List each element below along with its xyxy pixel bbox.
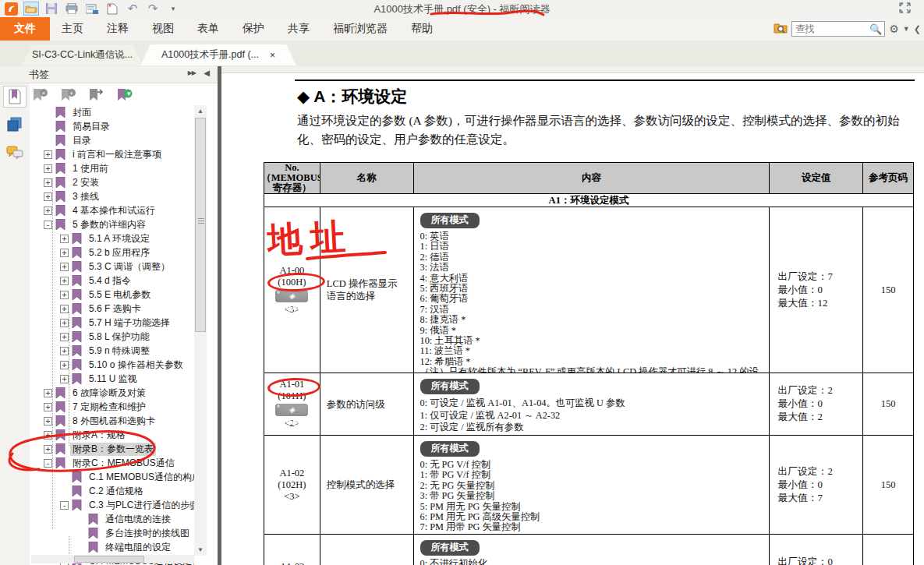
menu-foxit-browser[interactable]: 福昕浏览器: [321, 17, 399, 41]
tree-expander-icon[interactable]: +: [60, 361, 69, 369]
tree-expander-icon[interactable]: +: [60, 235, 69, 243]
bookmark-tree-item[interactable]: + 6 故障诊断及对策: [30, 386, 194, 400]
bookmark-tree-item[interactable]: + i 前言和一般注意事项: [30, 147, 194, 161]
bookmark-tree-item[interactable]: + 8 外围机器和选购卡: [30, 414, 194, 428]
bookmark-tree-item[interactable]: + 附录A：规格: [30, 428, 194, 442]
arrange-windows-icon[interactable]: [899, 2, 913, 14]
bookmark-tree-item[interactable]: + 5.1 A 环境设定: [30, 231, 194, 245]
menu-share[interactable]: 共享: [276, 17, 321, 41]
tree-expander-icon[interactable]: +: [60, 291, 69, 299]
pages-tab-icon[interactable]: [3, 114, 27, 136]
bookmark-tree-item[interactable]: 多台连接时的接线图: [30, 526, 194, 540]
scroll-down-icon[interactable]: ▼: [194, 544, 207, 556]
bookmark-options-icon[interactable]: ▼: [115, 88, 133, 104]
bookmark-tree-item[interactable]: + 附录B：参数一览表: [30, 442, 194, 456]
scrollbar-thumb[interactable]: [195, 118, 206, 332]
tree-expander-icon[interactable]: +: [60, 263, 69, 271]
cell-no: A1-01 (101H) RUN <2>: [264, 373, 320, 435]
add-bookmark-icon[interactable]: +: [59, 88, 76, 104]
tab-si-c3-cc-link[interactable]: SI-C3-CC-Link通信说...: [22, 44, 143, 65]
comments-tab-icon[interactable]: [3, 142, 27, 164]
bookmark-tree-item[interactable]: 终端电阻的设定: [30, 540, 194, 554]
tree-expander-icon[interactable]: +: [44, 445, 52, 454]
page-gap: [221, 66, 924, 73]
tree-expander-icon[interactable]: +: [44, 150, 52, 159]
tree-expander-icon[interactable]: +: [44, 192, 52, 201]
bookmark-tree-item[interactable]: + 5.9 n 特殊调整: [30, 344, 194, 358]
bookmark-label: 5.5 E 电机参数: [87, 288, 153, 302]
bookmark-tree-item[interactable]: + 3 接线: [30, 189, 194, 203]
bookmark-tree-item[interactable]: + 5.5 E 电机参数: [30, 288, 194, 302]
bookmark-tree-item[interactable]: + 5.6 F 选购卡: [30, 302, 194, 316]
tree-expander-icon[interactable]: +: [60, 249, 69, 257]
table-row-a1-00: A1-00 (100H) RUN <3> LCD 操作器显示语言的选择 所有模式…: [264, 207, 913, 373]
tree-expander-icon[interactable]: +: [44, 164, 52, 173]
gear-dropdown-icon[interactable]: ▼: [903, 25, 910, 33]
sidebar-vertical-scrollbar[interactable]: ▲ ▼: [194, 105, 207, 556]
tab-a1000-manual[interactable]: A1000技术手册.pdf (... ×: [140, 44, 296, 65]
tree-expander-icon[interactable]: +: [44, 431, 52, 440]
menu-home[interactable]: 主页: [50, 17, 95, 41]
tree-expander-icon[interactable]: +: [44, 389, 52, 397]
search-input[interactable]: [792, 23, 869, 34]
bookmark-tree-item[interactable]: - C.3 与PLC进行通信的步骤: [30, 498, 194, 512]
tab-close-icon[interactable]: ×: [270, 50, 275, 61]
bookmark-tree-item[interactable]: + 5.11 U 监视: [30, 372, 194, 386]
bookmark-tree-item[interactable]: + 5.2 b 应用程序: [30, 245, 194, 260]
cell-content: 所有模式 0: 可设定 / 监视 A1-01、A1-04。也可监视 U 参数 1…: [414, 373, 770, 435]
bookmark-tree-item[interactable]: 通信电缆的连接: [30, 512, 194, 526]
mode-badge: 所有模式: [420, 540, 480, 556]
tree-expander-icon[interactable]: +: [60, 319, 69, 327]
next-bookmark-icon[interactable]: [87, 88, 104, 104]
menu-protect[interactable]: 保护: [231, 17, 276, 41]
bookmark-tree-item[interactable]: 简易目录: [30, 119, 194, 133]
collapse-panel-icon[interactable]: ◀: [204, 69, 210, 77]
sidebar-horizontal-scrollbar[interactable]: [31, 555, 194, 563]
tree-expander-icon[interactable]: +: [44, 207, 52, 215]
collapse-toolbar-icon[interactable]: ❮: [914, 24, 921, 34]
menu-comment[interactable]: 注释: [95, 17, 140, 41]
scrollbar-thumb[interactable]: [74, 556, 144, 563]
search-in-folder-icon[interactable]: [774, 22, 788, 37]
delete-bookmark-icon[interactable]: ×: [31, 88, 48, 104]
tree-expander-icon[interactable]: +: [44, 417, 52, 426]
bookmark-tree-item[interactable]: + 5.8 L 保护功能: [30, 330, 194, 344]
bookmark-tree-item[interactable]: - 附录C：MEMOBUS通信: [30, 456, 194, 470]
bookmark-tree-item[interactable]: + 7 定期检查和维护: [30, 400, 194, 414]
bookmark-tree-item[interactable]: + 4 基本操作和试运行: [30, 203, 194, 217]
bookmark-tree-item[interactable]: + 2 安装: [30, 175, 194, 189]
tree-expander-icon[interactable]: +: [44, 403, 52, 411]
tree-expander-icon[interactable]: +: [60, 305, 69, 313]
bookmark-tree-item[interactable]: + 1 使用前: [30, 161, 194, 175]
panel-switch-strip: [0, 83, 30, 565]
menu-file[interactable]: 文件: [0, 17, 50, 41]
bookmark-tree-item[interactable]: + 5.4 d 指令: [30, 274, 194, 288]
menu-form[interactable]: 表单: [186, 17, 231, 41]
bookmark-tree-item[interactable]: - 5 参数的详细内容: [30, 217, 194, 231]
tree-expander-icon[interactable]: +: [60, 347, 69, 355]
expand-panel-icon[interactable]: ▶▶: [188, 69, 196, 76]
scroll-up-icon[interactable]: ▲: [194, 105, 207, 117]
tree-expander-icon[interactable]: -: [60, 501, 69, 510]
gear-icon[interactable]: ⚙: [889, 23, 899, 35]
tree-expander-icon[interactable]: +: [60, 333, 69, 341]
bookmark-tree-item[interactable]: 封面: [30, 105, 194, 119]
tree-expander-icon[interactable]: -: [44, 459, 52, 468]
bookmarks-tab-icon[interactable]: [3, 86, 27, 108]
bookmark-tree-item[interactable]: C.1 MEMOBUS通信的构成: [30, 470, 194, 484]
menu-view[interactable]: 视图: [140, 17, 186, 41]
table-row-a1-02: A1-02 (102H) <3> 控制模式的选择 所有模式 0: 无 PG V/…: [264, 436, 913, 535]
tree-expander-icon[interactable]: +: [60, 375, 69, 383]
bookmark-tree-item[interactable]: + 5.7 H 端子功能选择: [30, 316, 194, 330]
tree-expander-icon[interactable]: +: [44, 178, 52, 187]
search-icon[interactable]: 🔍: [869, 23, 884, 35]
tree-expander-icon[interactable]: +: [60, 277, 69, 285]
bookmark-tree-item[interactable]: 目录: [30, 133, 194, 147]
bookmark-tree-item[interactable]: + 5.3 C 调谐（调整）: [30, 260, 194, 274]
bookmark-tree-item[interactable]: + 5.10 o 操作器相关参数: [30, 358, 194, 372]
tree-expander-icon[interactable]: -: [44, 221, 52, 229]
menu-help[interactable]: 帮助: [399, 17, 444, 41]
bookmarks-panel-header: 书签: [0, 66, 218, 83]
bookmark-tree-item[interactable]: C.2 通信规格: [30, 484, 194, 498]
cell-content: 所有模式 0: 不进行初始化 1110: 用户参数设定值的初始化（通过 o2-0…: [414, 535, 770, 565]
